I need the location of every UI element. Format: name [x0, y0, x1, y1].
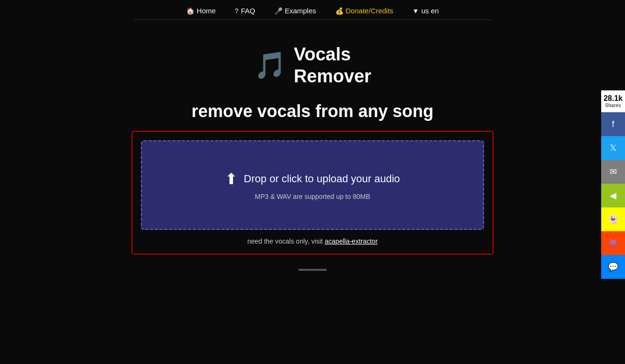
logo-text: Vocals Remover [294, 44, 372, 87]
share-count-label: Shares [603, 103, 623, 108]
reddit-icon: 👾 [608, 238, 618, 248]
main-nav: 🏠 Home ? FAQ 🎤 Examples 💰 Donate/Credits… [134, 0, 491, 20]
home-icon: 🏠 [186, 7, 194, 15]
facebook-share-button[interactable]: f [601, 112, 625, 136]
messenger-share-button[interactable]: 💬 [601, 255, 625, 279]
reddit-share-button[interactable]: 👾 [601, 231, 625, 255]
email-icon: ✉ [610, 167, 617, 177]
snapchat-icon: 👻 [608, 214, 618, 225]
vocals-link-prefix: need the vocals only, visit [247, 237, 324, 245]
nav-donate-label: Donate/Credits [346, 7, 393, 15]
nav-lang[interactable]: ▼ us en [413, 7, 439, 15]
acapella-extractor-link[interactable]: acapella-extractor [325, 237, 378, 245]
snapchat-share-button[interactable]: 👻 [601, 207, 625, 231]
nav-faq-label: FAQ [241, 7, 255, 15]
faq-icon: ? [235, 7, 239, 15]
messenger-icon: 💬 [608, 262, 618, 272]
share-count-number: 28.1k [603, 94, 623, 103]
scroll-indicator [0, 269, 625, 271]
mic-icon: 🎤 [274, 7, 282, 15]
social-sidebar: 28.1k Shares f 𝕏 ✉ ◀ 👻 👾 💬 [601, 90, 625, 279]
facebook-icon: f [612, 119, 614, 129]
email-share-button[interactable]: ✉ [601, 160, 625, 184]
logo-section: 🎵 Vocals Remover [0, 44, 625, 87]
nav-donate[interactable]: 💰 Donate/Credits [335, 7, 393, 15]
scroll-bar [298, 269, 327, 271]
upload-outer-container: ⬆ Drop or click to upload your audio MP3… [131, 131, 494, 255]
vocals-link-section: need the vocals only, visit acapella-ext… [141, 237, 484, 245]
share-count-box: 28.1k Shares [601, 90, 625, 112]
nav-examples-label: Examples [285, 7, 316, 15]
nav-faq[interactable]: ? FAQ [235, 7, 255, 15]
sharethis-icon: ◀ [610, 190, 616, 201]
music-note-icon: 🎵 [254, 52, 287, 79]
coin-icon: 💰 [335, 7, 343, 15]
nav-home-label: Home [197, 7, 216, 15]
chevron-down-icon: ▼ [413, 7, 419, 15]
page-headline: remove vocals from any song [0, 101, 625, 121]
upload-sub-text: MP3 & WAV are supported up to 80MB [161, 193, 464, 200]
upload-dropzone[interactable]: ⬆ Drop or click to upload your audio MP3… [141, 140, 484, 230]
upload-main-text: Drop or click to upload your audio [244, 173, 400, 185]
nav-home[interactable]: 🏠 Home [186, 7, 216, 15]
twitter-share-button[interactable]: 𝕏 [601, 136, 625, 160]
nav-examples[interactable]: 🎤 Examples [274, 7, 316, 15]
twitter-icon: 𝕏 [610, 143, 617, 153]
upload-icon: ⬆ [225, 170, 238, 187]
nav-lang-label: us en [421, 7, 439, 15]
sharethis-button[interactable]: ◀ [601, 184, 625, 207]
